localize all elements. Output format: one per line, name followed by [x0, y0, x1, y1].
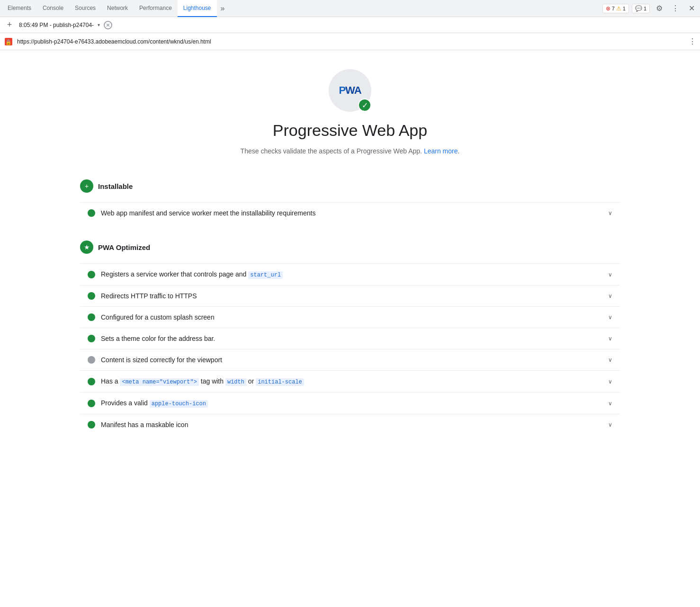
audit-status-dot	[88, 209, 95, 217]
audit-content: + Installable Web app manifest and servi…	[80, 174, 620, 435]
page-subtitle: These checks validate the aspects of a P…	[241, 147, 460, 155]
more-options-button[interactable]: ⋮	[669, 2, 682, 15]
tab-console[interactable]: Console	[37, 0, 69, 17]
chevron-down-icon: ∨	[608, 271, 612, 278]
audit-text: Configured for a custom splash screen	[101, 313, 602, 321]
audit-row[interactable]: Registers a service worker that controls…	[80, 263, 620, 285]
session-bar: + 8:05:49 PM - publish-p24704- ▾	[0, 17, 700, 33]
chevron-down-icon: ∨	[608, 421, 612, 428]
audit-text: Manifest has a maskable icon	[101, 421, 602, 428]
audit-status-dot	[88, 335, 95, 342]
audit-status-dot	[88, 421, 95, 428]
audit-status-dot	[88, 271, 95, 278]
url-more-button[interactable]: ⋮	[689, 37, 696, 46]
chevron-down-icon: ∨	[608, 357, 612, 363]
audit-text: Provides a valid apple-touch-icon	[101, 399, 602, 407]
audit-text: Registers a service worker that controls…	[101, 270, 602, 278]
tab-network[interactable]: Network	[101, 0, 134, 17]
audit-status-dot	[88, 400, 95, 407]
session-dropdown-arrow[interactable]: ▾	[98, 22, 100, 27]
audit-status-dot	[88, 292, 95, 300]
chevron-down-icon: ∨	[608, 210, 612, 216]
audit-text: Sets a theme color for the address bar.	[101, 335, 602, 342]
chevron-down-icon: ∨	[608, 314, 612, 321]
audit-row[interactable]: Web app manifest and service worker meet…	[80, 202, 620, 223]
installable-audits: Web app manifest and service worker meet…	[80, 202, 620, 223]
audit-row[interactable]: Redirects HTTP traffic to HTTPS ∨	[80, 285, 620, 306]
installable-section-header: + Installable	[80, 174, 620, 198]
session-label: 8:05:49 PM - publish-p24704-	[19, 22, 94, 28]
audit-text: Has a <meta name="viewport"> tag with wi…	[101, 377, 602, 385]
chevron-down-icon: ∨	[608, 378, 612, 385]
tab-lighthouse[interactable]: Lighthouse	[178, 0, 217, 17]
error-icon: ⊗	[606, 5, 610, 12]
no-recording-indicator	[104, 21, 112, 29]
pwa-icon: PWA ✓	[329, 69, 371, 112]
info-icon: 💬	[635, 5, 642, 12]
info-count: 1	[644, 6, 646, 11]
pwa-check-badge: ✓	[358, 98, 371, 112]
warning-count: 1	[623, 6, 626, 11]
error-badge[interactable]: ⊗ 7 ⚠ 1	[602, 4, 629, 13]
installable-title: Installable	[98, 182, 133, 190]
pwa-optimized-section-header: ★ PWA Optimized	[80, 235, 620, 259]
audit-row[interactable]: Sets a theme color for the address bar. …	[80, 328, 620, 349]
tab-icons-group: ⊗ 7 ⚠ 1 💬 1 ⚙ ⋮ ✕	[602, 2, 698, 15]
audit-row[interactable]: Has a <meta name="viewport"> tag with wi…	[80, 370, 620, 392]
page-title: Progressive Web App	[273, 121, 427, 140]
close-button[interactable]: ✕	[685, 2, 698, 15]
more-tabs-button[interactable]: »	[217, 0, 229, 17]
tab-sources[interactable]: Sources	[69, 0, 101, 17]
audit-status-dot	[88, 313, 95, 321]
pwa-logo-text: PWA	[339, 84, 361, 97]
new-session-button[interactable]: +	[4, 19, 15, 31]
url-bar: 🔒 https://publish-p24704-e76433.adobeaem…	[0, 33, 700, 50]
pwa-optimized-title: PWA Optimized	[98, 243, 150, 251]
warning-icon: ⚠	[616, 5, 621, 12]
pwa-optimized-icon: ★	[80, 241, 93, 254]
audit-row[interactable]: Provides a valid apple-touch-icon ∨	[80, 392, 620, 414]
audit-text: Redirects HTTP traffic to HTTPS	[101, 292, 602, 300]
installable-icon: +	[80, 179, 93, 193]
main-content: PWA ✓ Progressive Web App These checks v…	[66, 50, 634, 454]
tab-elements[interactable]: Elements	[2, 0, 37, 17]
tab-performance[interactable]: Performance	[134, 0, 178, 17]
info-badge[interactable]: 💬 1	[632, 4, 650, 13]
audit-text: Web app manifest and service worker meet…	[101, 209, 602, 217]
audit-row[interactable]: Manifest has a maskable icon ∨	[80, 414, 620, 435]
url-text: https://publish-p24704-e76433.adobeaemcl…	[17, 38, 685, 45]
pwa-optimized-audits: Registers a service worker that controls…	[80, 263, 620, 435]
chevron-down-icon: ∨	[608, 400, 612, 407]
audit-row[interactable]: Content is sized correctly for the viewp…	[80, 349, 620, 370]
chevron-down-icon: ∨	[608, 335, 612, 342]
settings-button[interactable]: ⚙	[653, 2, 666, 15]
security-icon: 🔒	[4, 37, 13, 46]
audit-text: Content is sized correctly for the viewp…	[101, 356, 602, 364]
svg-text:🔒: 🔒	[5, 39, 12, 45]
chevron-down-icon: ∨	[608, 293, 612, 299]
audit-status-dot	[88, 356, 95, 364]
audit-row[interactable]: Configured for a custom splash screen ∨	[80, 306, 620, 328]
learn-more-link[interactable]: Learn more	[424, 147, 458, 155]
error-count: 7	[612, 6, 615, 11]
audit-status-dot	[88, 378, 95, 385]
devtools-tab-bar: Elements Console Sources Network Perform…	[0, 0, 700, 17]
